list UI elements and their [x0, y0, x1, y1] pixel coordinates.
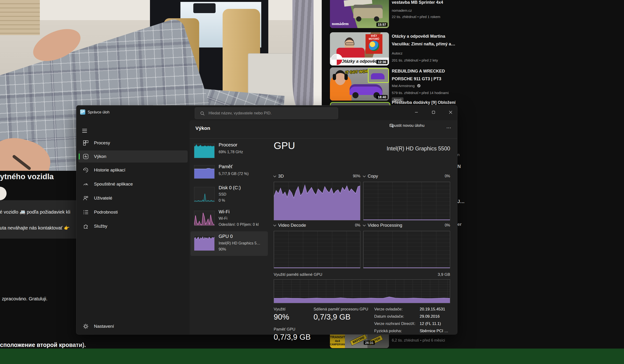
nav-menu-toggle[interactable]	[81, 125, 89, 133]
performance-content-panel: Výkon Spustit novou úlohu … Procesor 69%…	[190, 120, 457, 334]
video-title-3-line1[interactable]: REBUILDING A WRECKED	[392, 68, 460, 74]
sidebar-item-label: Podrobnosti	[94, 210, 118, 215]
text-fragment: n	[457, 153, 460, 157]
gpu-mini-chart	[194, 235, 215, 251]
text-fragment: J…	[457, 199, 465, 204]
search-icon	[200, 111, 205, 116]
channel-avatar[interactable]	[0, 187, 6, 200]
page-title: Výkon	[195, 125, 210, 131]
processes-icon	[83, 140, 89, 146]
sidebar-item-services[interactable]: Služby	[78, 220, 188, 232]
headphone-right-shape	[344, 74, 348, 80]
video-channel-1[interactable]: nomadem.cz	[392, 8, 412, 12]
sidebar-item-users[interactable]: Uživatelé	[78, 192, 188, 204]
detail-key: Verze rozhraní DirectX:	[374, 321, 416, 326]
van-mirror-shape	[193, 3, 216, 13]
description-line-2: auta neváhajte nás kontaktovať 👉	[0, 225, 70, 231]
chart-label-row-videodecode: Video Decode 0%	[274, 223, 360, 228]
bottom-russian-text: сположение второй кровати).	[0, 341, 86, 348]
sidebar-item-settings[interactable]: Nastavení	[78, 320, 188, 332]
usage-value: 90%	[274, 313, 289, 321]
channel-logo-shape	[331, 54, 342, 66]
sidebar-item-label: Služby	[94, 224, 107, 229]
nomadem-label: nomádem	[332, 22, 349, 26]
chevron-down-icon[interactable]	[273, 174, 276, 177]
chevron-down-icon[interactable]	[363, 223, 366, 227]
van-window-blind-shape	[0, 0, 40, 35]
duration-badge: 26:31	[364, 341, 375, 345]
poster-line-1: SVĚT	[365, 35, 382, 37]
desc2-text: auta neváhajte nás kontaktovať	[0, 225, 63, 230]
search-input[interactable]	[208, 108, 335, 119]
sidebar-item-processes[interactable]: Procesy	[78, 137, 188, 149]
van-wheel-shape	[374, 16, 379, 22]
inset-photo-shape	[368, 68, 389, 83]
video-meta-1: 22 tis. zhlédnutí • před 1 rokem	[392, 15, 440, 19]
disk-mini-chart	[194, 187, 215, 202]
mat-head-shape	[335, 70, 346, 85]
detail-key: Verze ovladače:	[374, 307, 403, 312]
run-new-task-button[interactable]: Spustit novou úlohu	[388, 125, 391, 126]
glasses-shape	[345, 43, 354, 45]
description-line-1: né vozidlo 🚐 podľa požiadaviek kli	[0, 209, 70, 215]
detail-key: Datum ovladače:	[374, 314, 404, 319]
sidebar-item-label: Výkon	[94, 154, 106, 159]
duration-badge: 15:57	[376, 23, 388, 27]
desc1-post: podľa požiadaviek kli	[27, 209, 70, 214]
run-new-task-label: Spustit novou úlohu	[390, 123, 424, 128]
van-wheel-shape	[356, 16, 361, 22]
close-button[interactable]	[445, 108, 456, 116]
chart-label-row-3d: 3D 90%	[274, 174, 360, 179]
sidebar-item-label: Nastavení	[94, 324, 114, 329]
wrecked-car-shape	[371, 73, 385, 79]
video-thumbnail-2[interactable]: SVĚT MOTORŮ Otázky a odpovědi 12:36	[330, 32, 389, 66]
gpu-shared-memory-chart	[274, 279, 450, 303]
maximize-button[interactable]	[428, 108, 439, 116]
transit-label-2: 4x4	[330, 339, 345, 343]
video-title-2-line2[interactable]: Vaculíka: Zimní nafta, přímý a…	[392, 41, 460, 47]
video-title-1[interactable]: vestavba MB Sprinter 4x4	[392, 0, 460, 5]
cpu-mini-chart	[194, 144, 215, 158]
thumbnail-caption: Otázky a odpovědi	[341, 59, 378, 64]
text-fragment: N	[457, 164, 461, 169]
video-title-fragment: ytného vozidla	[0, 172, 54, 181]
video-meta-5: 6,2 tis. zhlédnutí • před 6 měsíci	[392, 338, 445, 342]
more-options-button[interactable]: …	[446, 123, 452, 130]
task-manager-search-box[interactable]	[195, 107, 338, 119]
gear-icon	[83, 323, 89, 329]
gpu-videoprocessing-chart	[363, 231, 450, 268]
transit-label-3: CAMPERVAN	[330, 343, 345, 346]
video-channel-2[interactable]: Autocz	[392, 51, 403, 55]
chevron-down-icon[interactable]	[363, 174, 366, 177]
gpu-3d-chart	[274, 182, 360, 220]
transit-label-1: TRANSIT	[330, 335, 345, 339]
desktop-screen: ytného vozidla né vozidlo 🚐 podľa požiad…	[0, 0, 624, 364]
video-channel-3[interactable]: Mat Armstrong	[392, 84, 421, 88]
wifi-mini-chart	[194, 211, 215, 226]
comment-text: zpracováno. Gratuluji.	[2, 296, 48, 301]
duration-badge: 12:36	[376, 60, 388, 64]
minimize-button[interactable]	[411, 108, 422, 116]
sidebar-item-startup-apps[interactable]: Spouštěné aplikace	[78, 178, 188, 190]
video-title-2-line1[interactable]: Otázky a odpovědi Martina	[392, 33, 460, 39]
video-title-4[interactable]: Přestavba dodávky [9] Obložení	[392, 100, 460, 105]
sidebar-item-details[interactable]: Podrobnosti	[78, 206, 188, 218]
shared-memory-label-row: Využití paměti sdílené GPU 3,9 GB	[274, 272, 450, 277]
sidebar-item-performance[interactable]: Výkon	[78, 150, 188, 162]
usage-label: Využití	[274, 307, 286, 312]
video-thumbnail-1[interactable]: prohlídka nomádem 15:57	[330, 0, 389, 28]
video-title-3-line2[interactable]: PORSCHE 911 GT3 | PT3	[392, 76, 460, 82]
gpu-name: Intel(R) HD Graphics 5500	[364, 145, 450, 152]
point-emoji: 👉	[64, 225, 70, 230]
sidebar-item-app-history[interactable]: Historie aplikací	[78, 164, 188, 176]
chevron-down-icon[interactable]	[273, 223, 276, 227]
selected-accent-bar	[79, 154, 80, 159]
history-icon	[83, 167, 89, 173]
car-wheel-shape	[352, 92, 359, 98]
chart-label-row-copy: Copy 0%	[363, 174, 450, 179]
detail-value: 29.09.2016	[420, 314, 440, 319]
video-thumbnail-3[interactable]: IT GOT WORSE 18:40	[330, 67, 389, 101]
desc1-pre: né vozidlo	[0, 209, 18, 214]
sidebar-item-label: Uživatelé	[94, 196, 112, 201]
speedometer-icon	[83, 181, 89, 187]
